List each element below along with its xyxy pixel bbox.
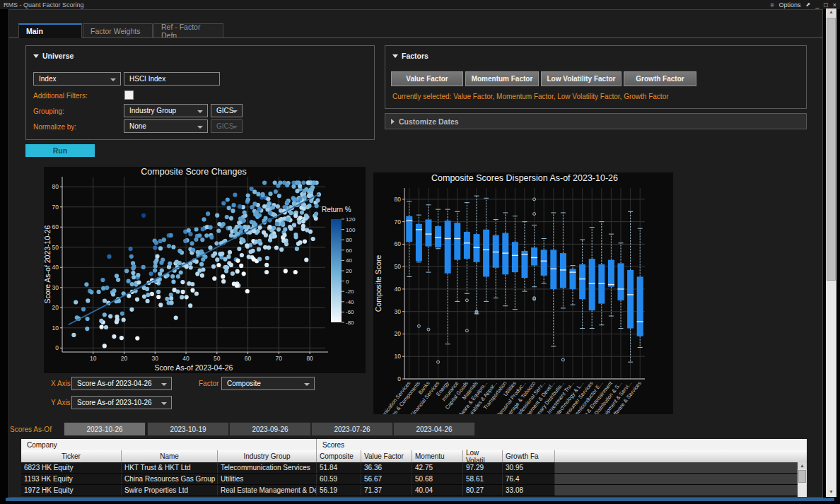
cell-name: China Resources Gas Group Ltd <box>122 474 218 484</box>
cell-industry-group: Utilities <box>218 474 317 484</box>
grouping-scheme-dropdown[interactable]: GICS <box>211 104 243 117</box>
popout-icon[interactable]: ⬈ <box>806 1 811 8</box>
chevron-down-icon <box>110 78 116 81</box>
cell-momentu: 40.04 <box>412 485 463 496</box>
svg-text:Score As-of 2023-04-26: Score As-of 2023-04-26 <box>155 363 233 372</box>
svg-text:30: 30 <box>395 308 402 315</box>
date-button-2023-07-26[interactable]: 2023-07-26 <box>311 422 393 436</box>
index-dropdown[interactable]: Index <box>33 72 121 86</box>
title-bar: RMS - Quant Factor Scoring ≡ Options ⬈ _… <box>0 0 840 9</box>
table-row[interactable]: 1972 HK EquitySwire Properties LtdReal E… <box>21 485 807 496</box>
maximize-icon[interactable]: □ <box>824 1 827 8</box>
column-header-industry-group[interactable]: Industry Group <box>218 450 317 462</box>
svg-text:-40: -40 <box>346 299 354 305</box>
index-input[interactable]: HSCI Index <box>124 72 220 86</box>
growth-factor-button[interactable]: Growth Factor <box>624 71 696 86</box>
options-menu[interactable]: Options <box>779 1 801 8</box>
svg-text:30: 30 <box>52 284 59 291</box>
date-button-2023-09-26[interactable]: 2023-09-26 <box>229 422 311 436</box>
cell-momentu: 42.75 <box>412 462 463 473</box>
table-row[interactable]: 6823 HK EquityHKT Trust & HKT LtdTelecom… <box>21 462 807 474</box>
cell-industry-group: Real Estate Management & Devel... <box>218 485 317 496</box>
scrollbar-thumb[interactable] <box>827 18 836 281</box>
y-axis-dropdown[interactable]: Score As-of 2023-10-26 <box>71 396 172 409</box>
normalize-scheme-dropdown: GICS <box>211 119 243 133</box>
row-filler <box>555 485 807 496</box>
svg-text:-80: -80 <box>346 320 354 326</box>
cell-composite: 60.59 <box>317 474 361 484</box>
table-scrollbar[interactable]: ▲ <box>798 462 807 497</box>
scroll-down-icon[interactable]: ▼ <box>826 488 836 496</box>
group-header-company: Company <box>21 439 317 450</box>
factor-dropdown[interactable]: Composite <box>221 377 315 390</box>
chevron-down-icon <box>161 383 167 386</box>
svg-text:40: 40 <box>182 355 189 362</box>
boxplot-chart[interactable]: 01020304050607080Composite Scores Disper… <box>373 172 673 414</box>
universe-panel: Universe Index HSCI Index Additional Fil… <box>25 45 375 140</box>
column-header-name[interactable]: Name <box>122 450 218 462</box>
column-header-ticker[interactable]: Ticker <box>21 450 122 462</box>
customize-dates-label: Customize Dates <box>399 117 459 126</box>
svg-text:40: 40 <box>395 286 402 293</box>
date-button-2023-10-19[interactable]: 2023-10-19 <box>147 422 229 436</box>
cell-low-volatil: 80.27 <box>463 485 503 496</box>
svg-text:100: 100 <box>346 227 356 233</box>
date-button-2023-10-26[interactable]: 2023-10-26 <box>64 422 146 436</box>
additional-filters-checkbox[interactable] <box>124 90 134 100</box>
universe-header[interactable]: Universe <box>33 52 74 60</box>
svg-text:80: 80 <box>306 355 313 362</box>
chevron-down-icon <box>304 383 310 386</box>
svg-text:60: 60 <box>346 247 352 254</box>
hamburger-menu-icon[interactable]: ≡ <box>770 1 774 8</box>
window-scrollbar[interactable]: ▲ ▼ <box>826 8 836 497</box>
row-filler <box>555 462 807 473</box>
chevron-down-icon <box>197 110 203 113</box>
cell-name: Swire Properties Ltd <box>122 485 218 496</box>
svg-text:Score As-of 2023-10-26: Score As-of 2023-10-26 <box>44 225 52 303</box>
customize-dates-bar[interactable]: Customize Dates <box>385 113 807 129</box>
minimize-icon[interactable]: _ <box>815 1 819 8</box>
window-title: RMS - Quant Factor Scoring <box>4 1 84 8</box>
column-header-composite[interactable]: Composite <box>317 450 361 462</box>
run-button[interactable]: Run <box>25 144 95 157</box>
normalize-dropdown[interactable]: None <box>124 119 208 133</box>
svg-text:60: 60 <box>245 355 252 362</box>
cell-composite: 56.19 <box>317 485 361 496</box>
column-header-growth-fa[interactable]: Growth Fa <box>503 450 555 462</box>
date-button-2023-04-26[interactable]: 2023-04-26 <box>393 422 475 436</box>
svg-text:10: 10 <box>90 355 97 362</box>
close-icon[interactable]: × <box>833 1 836 8</box>
table-scrollbar-thumb[interactable] <box>798 470 806 483</box>
scroll-up-icon[interactable]: ▲ <box>798 462 807 469</box>
column-header-low-volatil[interactable]: Low Volatil <box>463 450 503 462</box>
svg-text:50: 50 <box>214 355 221 362</box>
svg-text:50: 50 <box>395 263 402 270</box>
tab-ref-factor-defn[interactable]: Ref - Factor Defn <box>153 23 223 38</box>
factor-label: Factor <box>199 380 218 387</box>
header-filler <box>555 450 807 462</box>
momentum-factor-button[interactable]: Momentum Factor <box>465 71 539 86</box>
low-volatility-factor-button[interactable]: Low Volatility Factor <box>541 71 622 86</box>
table-row[interactable]: 1193 HK EquityChina Resources Gas Group … <box>21 474 807 485</box>
scatter-chart[interactable]: 010203040506070801020304050607080Composi… <box>44 167 366 373</box>
scroll-up-icon[interactable]: ▲ <box>826 8 836 17</box>
tab-main[interactable]: Main <box>18 23 82 38</box>
column-header-value-factor[interactable]: Value Factor <box>361 450 412 462</box>
x-axis-dropdown[interactable]: Score As-of 2023-04-26 <box>71 377 172 390</box>
chevron-down-icon <box>232 126 238 129</box>
chevron-down-icon <box>161 402 167 405</box>
svg-text:10: 10 <box>395 353 402 360</box>
value-factor-button[interactable]: Value Factor <box>391 71 463 86</box>
grouping-dropdown[interactable]: Industry Group <box>124 104 208 117</box>
chevron-down-icon <box>232 110 238 113</box>
tab-factor-weights[interactable]: Factor Weights <box>83 23 153 38</box>
factors-header[interactable]: Factors <box>392 52 428 60</box>
svg-text:80: 80 <box>52 183 59 190</box>
svg-text:120: 120 <box>346 216 356 223</box>
svg-text:20: 20 <box>346 268 352 274</box>
cell-low-volatil: 97.29 <box>463 462 503 473</box>
cell-composite: 51.84 <box>317 462 361 473</box>
additional-filters-label: Additional Filters: <box>33 92 88 100</box>
cell-value-factor: 71.37 <box>361 485 412 496</box>
column-header-momentu[interactable]: Momentu <box>412 450 463 462</box>
